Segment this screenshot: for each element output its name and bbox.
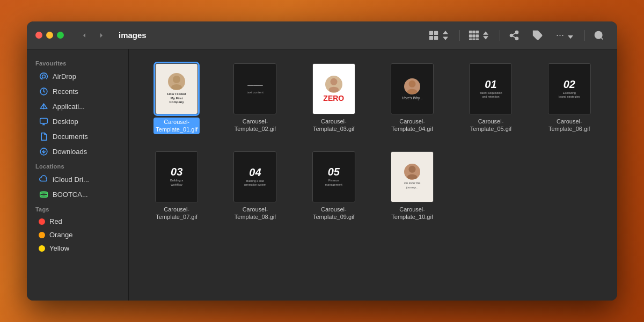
favourites-label: Favourites: [27, 56, 128, 69]
file-area: How I FailedMy FirstCompany Carousel-Tem…: [129, 49, 617, 301]
file-thumbnail-9: 05 Financemanagement: [312, 151, 355, 202]
svg-point-14: [595, 31, 602, 38]
sidebar-item-bootcamp[interactable]: BOOTCA...: [30, 187, 125, 202]
file-item-4[interactable]: Here's Why... Carousel-Template_04.gif: [375, 60, 449, 137]
file-item-8[interactable]: 04 Building a leadgeneration system Caro…: [218, 148, 292, 224]
orange-label: Orange: [49, 231, 72, 239]
file-name-4: Carousel-Template_04.gif: [391, 118, 433, 133]
file-item-9[interactable]: 05 Financemanagement Carousel-Template_0…: [297, 148, 371, 224]
applications-label: Applicati...: [53, 103, 85, 111]
icloud-icon: [39, 174, 48, 184]
file-thumbnail-7: 03 Building aworkflow: [155, 151, 198, 202]
file-name-3: Carousel-Template_03.gif: [313, 118, 355, 133]
search-button[interactable]: [589, 28, 609, 43]
airdrop-icon: [39, 71, 48, 81]
title-bar: images: [27, 21, 617, 49]
svg-rect-11: [472, 38, 475, 40]
file-name-1: Carousel-Template_01.gif: [156, 118, 197, 134]
file-label-1: Carousel-Template_01.gif: [153, 118, 200, 134]
toolbar-divider-2: [500, 30, 500, 41]
file-label-6: Carousel-Template_06.gif: [548, 118, 590, 133]
svg-rect-7: [469, 34, 472, 37]
desktop-icon: [39, 116, 48, 126]
svg-rect-12: [476, 38, 479, 40]
finder-window: images: [27, 21, 617, 301]
file-item-2[interactable]: ───── text content Carousel-Template_02.…: [218, 60, 292, 137]
svg-rect-3: [434, 35, 438, 39]
file-name-7: Carousel-Template_07.gif: [156, 206, 197, 221]
sidebar-item-icloud[interactable]: iCloud Dri...: [30, 172, 125, 187]
close-button[interactable]: [35, 32, 42, 39]
sidebar-item-applications[interactable]: Applicati...: [30, 99, 125, 114]
view-gallery-button[interactable]: [464, 28, 495, 43]
back-button[interactable]: [77, 29, 92, 42]
bootcamp-label: BOOTCA...: [53, 191, 88, 199]
more-button[interactable]: ···: [552, 27, 580, 43]
svg-rect-4: [469, 30, 472, 33]
desktop-label: Desktop: [53, 118, 78, 126]
file-thumbnail-3: ZERO: [312, 63, 355, 114]
sidebar: Favourites AirDrop: [27, 49, 129, 301]
maximize-button[interactable]: [57, 32, 64, 39]
sidebar-item-tag-orange[interactable]: Orange: [30, 228, 125, 241]
traffic-lights: [35, 32, 64, 39]
svg-rect-1: [434, 31, 438, 34]
documents-label: Documents: [53, 133, 88, 141]
file-item-7[interactable]: 03 Building aworkflow Carousel-Template_…: [140, 148, 214, 224]
sidebar-item-airdrop[interactable]: AirDrop: [30, 69, 125, 84]
sidebar-item-downloads[interactable]: Downloads: [30, 144, 125, 159]
sidebar-item-recents[interactable]: Recents: [30, 84, 125, 99]
view-icon-grid-button[interactable]: [424, 28, 455, 43]
file-thumbnail-2: ───── text content: [233, 63, 276, 114]
svg-rect-2: [429, 35, 433, 39]
svg-point-31: [409, 80, 416, 87]
file-item-5[interactable]: 01 Talent acquisitionand retention Carou…: [453, 60, 528, 137]
orange-dot: [39, 232, 45, 238]
nav-buttons: [77, 29, 109, 42]
file-label-10: Carousel-Template_10.gif: [391, 206, 433, 221]
svg-point-34: [407, 174, 418, 179]
svg-rect-0: [429, 31, 433, 34]
drive-icon: [39, 189, 48, 199]
svg-point-30: [328, 87, 339, 92]
locations-label: Locations: [27, 159, 128, 172]
svg-rect-19: [40, 118, 47, 123]
toolbar-divider-3: [584, 30, 585, 41]
applications-icon: [39, 101, 48, 111]
file-label-9: Carousel-Template_09.gif: [313, 206, 355, 221]
file-label-2: Carousel-Template_02.gif: [235, 118, 276, 133]
downloads-icon: [39, 147, 48, 156]
file-thumbnail-10: I'm lovin' thejourney...: [391, 151, 434, 202]
file-thumbnail-8: 04 Building a leadgeneration system: [233, 151, 276, 202]
file-item-1[interactable]: How I FailedMy FirstCompany Carousel-Tem…: [140, 60, 214, 137]
file-thumbnail-5: 01 Talent acquisitionand retention: [469, 63, 512, 114]
file-label-5: Carousel-Template_05.gif: [470, 118, 512, 133]
red-dot: [39, 218, 45, 225]
svg-line-15: [601, 37, 603, 39]
share-button[interactable]: [504, 28, 524, 43]
forward-button[interactable]: [94, 29, 109, 42]
file-item-3[interactable]: ZERO Carousel-Template_03.gif: [297, 60, 371, 137]
sidebar-item-tag-yellow[interactable]: Yellow: [30, 241, 125, 255]
svg-point-29: [330, 78, 337, 85]
minimize-button[interactable]: [46, 32, 53, 39]
toolbar-right: ···: [424, 27, 609, 43]
downloads-label: Downloads: [53, 148, 87, 156]
svg-point-33: [409, 166, 416, 173]
svg-point-28: [171, 84, 182, 90]
tag-button[interactable]: [528, 28, 547, 43]
file-label-7: Carousel-Template_07.gif: [156, 206, 197, 221]
sidebar-item-desktop[interactable]: Desktop: [30, 114, 125, 129]
sidebar-item-tag-red[interactable]: Red: [30, 215, 125, 228]
svg-rect-9: [476, 34, 479, 37]
svg-rect-5: [472, 30, 475, 33]
file-label-3: Carousel-Template_03.gif: [313, 118, 355, 133]
file-thumbnail-1: How I FailedMy FirstCompany: [155, 63, 198, 114]
toolbar-divider-1: [459, 30, 460, 41]
file-item-6[interactable]: 02 Executingbrand strategies Carousel-Te…: [532, 60, 606, 137]
file-item-10[interactable]: I'm lovin' thejourney... Carousel-Templa…: [375, 148, 449, 224]
svg-rect-10: [469, 38, 472, 40]
yellow-dot: [39, 245, 45, 252]
sidebar-item-documents[interactable]: Documents: [30, 129, 125, 144]
documents-icon: [39, 131, 48, 141]
